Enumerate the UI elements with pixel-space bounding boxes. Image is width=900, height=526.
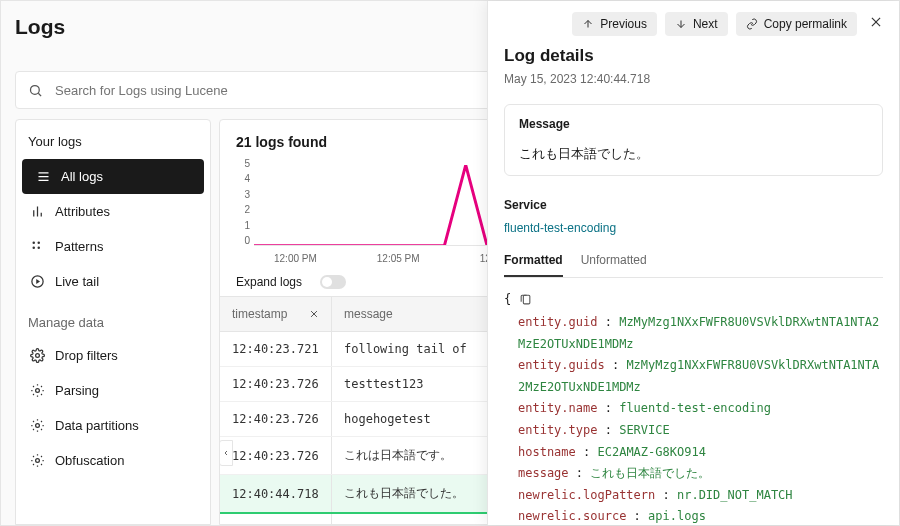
gear-icon bbox=[30, 418, 45, 433]
svg-point-11 bbox=[38, 247, 41, 250]
close-icon bbox=[869, 15, 883, 29]
link-icon bbox=[746, 18, 758, 30]
attribute-row[interactable]: message : これも日本語でした。 bbox=[504, 463, 883, 485]
search-icon bbox=[28, 83, 43, 98]
next-button[interactable]: Next bbox=[665, 12, 728, 36]
list-icon bbox=[36, 169, 51, 184]
close-icon[interactable] bbox=[309, 309, 319, 319]
gear-icon bbox=[30, 348, 45, 363]
arrow-up-icon bbox=[582, 18, 594, 30]
svg-point-17 bbox=[36, 459, 40, 463]
sidebar-item-label: Data partitions bbox=[55, 418, 139, 433]
clipboard-icon[interactable] bbox=[519, 293, 532, 306]
sidebar-item-label: Patterns bbox=[55, 239, 103, 254]
cell-timestamp: 12:50:21.659 bbox=[220, 514, 332, 525]
chevron-left-icon bbox=[222, 448, 230, 458]
detail-timestamp: May 15, 2023 12:40:44.718 bbox=[504, 72, 883, 86]
sidebar-item-label: Drop filters bbox=[55, 348, 118, 363]
sidebar-item-parsing[interactable]: Parsing bbox=[16, 373, 210, 408]
log-detail-panel: Previous Next Copy permalink Log details… bbox=[487, 1, 899, 525]
col-header-label: timestamp bbox=[232, 307, 287, 321]
gear-icon bbox=[30, 453, 45, 468]
gear-icon bbox=[30, 383, 45, 398]
cell-timestamp: 12:40:23.721 bbox=[220, 332, 332, 366]
arrow-down-icon bbox=[675, 18, 687, 30]
svg-point-10 bbox=[33, 247, 36, 250]
collapse-sidebar-handle[interactable] bbox=[219, 440, 233, 466]
expand-logs-toggle[interactable] bbox=[320, 275, 346, 289]
service-label: Service bbox=[504, 198, 883, 212]
attribute-row[interactable]: entity.guid : MzMyMzg1NXxFWFR8U0VSVklDRX… bbox=[504, 312, 883, 355]
bar-chart-icon bbox=[30, 204, 45, 219]
attribute-row[interactable]: newrelic.logPattern : nr.DID_NOT_MATCH bbox=[504, 485, 883, 507]
play-icon bbox=[30, 274, 45, 289]
sidebar-item-patterns[interactable]: Patterns bbox=[16, 229, 210, 264]
attribute-row[interactable]: newrelic.source : api.logs bbox=[504, 506, 883, 525]
button-label: Previous bbox=[600, 17, 647, 31]
json-brace: { bbox=[504, 292, 511, 306]
svg-point-15 bbox=[36, 389, 40, 393]
tab-unformatted[interactable]: Unformatted bbox=[581, 253, 647, 277]
attribute-list: entity.guid : MzMyMzg1NXxFWFR8U0VSVklDRX… bbox=[504, 312, 883, 525]
y-tick: 5 bbox=[236, 158, 250, 169]
y-tick: 0 bbox=[236, 235, 250, 246]
sidebar-header: Your logs bbox=[16, 120, 210, 159]
x-tick: 12:05 PM bbox=[377, 253, 420, 264]
attribute-row[interactable]: entity.type : SERVICE bbox=[504, 420, 883, 442]
svg-point-9 bbox=[38, 242, 41, 245]
sidebar-item-label: All logs bbox=[61, 169, 103, 184]
sidebar: Your logs All logs Attributes Patterns L… bbox=[15, 119, 211, 525]
col-header-label: message bbox=[344, 307, 393, 321]
detail-title: Log details bbox=[504, 46, 883, 66]
svg-point-8 bbox=[33, 242, 36, 245]
message-label: Message bbox=[519, 117, 868, 131]
svg-rect-26 bbox=[524, 295, 531, 304]
sidebar-item-label: Attributes bbox=[55, 204, 110, 219]
service-link[interactable]: fluentd-test-encoding bbox=[504, 221, 616, 235]
sidebar-item-drop-filters[interactable]: Drop filters bbox=[16, 338, 210, 373]
sidebar-item-attributes[interactable]: Attributes bbox=[16, 194, 210, 229]
svg-line-1 bbox=[38, 93, 41, 96]
attribute-row[interactable]: entity.guids : MzMyMzg1NXxFWFR8U0VSVklDR… bbox=[504, 355, 883, 398]
cell-timestamp: 12:40:23.726 bbox=[220, 367, 332, 401]
svg-point-14 bbox=[36, 354, 40, 358]
svg-point-0 bbox=[31, 85, 40, 94]
previous-button[interactable]: Previous bbox=[572, 12, 657, 36]
sidebar-item-all-logs[interactable]: All logs bbox=[22, 159, 204, 194]
sidebar-item-data-partitions[interactable]: Data partitions bbox=[16, 408, 210, 443]
copy-permalink-button[interactable]: Copy permalink bbox=[736, 12, 857, 36]
y-tick: 4 bbox=[236, 173, 250, 184]
close-panel-button[interactable] bbox=[865, 11, 887, 36]
message-value: これも日本語でした。 bbox=[519, 145, 868, 163]
sidebar-item-label: Live tail bbox=[55, 274, 99, 289]
sidebar-item-live-tail[interactable]: Live tail bbox=[16, 264, 210, 299]
x-tick: 12:00 PM bbox=[274, 253, 317, 264]
button-label: Copy permalink bbox=[764, 17, 847, 31]
y-tick: 3 bbox=[236, 189, 250, 200]
grid-dots-icon bbox=[30, 239, 45, 254]
attribute-row[interactable]: hostname : EC2AMAZ-G8KO914 bbox=[504, 442, 883, 464]
tab-formatted[interactable]: Formatted bbox=[504, 253, 563, 277]
cell-timestamp: 12:40:23.726 bbox=[220, 402, 332, 436]
y-tick: 1 bbox=[236, 220, 250, 231]
message-box: Message これも日本語でした。 bbox=[504, 104, 883, 176]
button-label: Next bbox=[693, 17, 718, 31]
expand-logs-label: Expand logs bbox=[236, 275, 302, 289]
y-tick: 2 bbox=[236, 204, 250, 215]
sidebar-group-manage: Manage data bbox=[16, 299, 210, 338]
sidebar-item-obfuscation[interactable]: Obfuscation bbox=[16, 443, 210, 478]
svg-point-16 bbox=[36, 424, 40, 428]
sidebar-item-label: Obfuscation bbox=[55, 453, 124, 468]
cell-timestamp: 12:40:44.718 bbox=[220, 475, 332, 512]
y-axis: 5 4 3 2 1 0 bbox=[236, 158, 250, 246]
cell-timestamp: 12:40:23.726 bbox=[220, 437, 332, 474]
svg-marker-13 bbox=[36, 279, 40, 284]
attribute-row[interactable]: entity.name : fluentd-test-encoding bbox=[504, 398, 883, 420]
sidebar-item-label: Parsing bbox=[55, 383, 99, 398]
detail-tabs: Formatted Unformatted bbox=[504, 253, 883, 278]
col-header-timestamp[interactable]: timestamp bbox=[220, 297, 332, 331]
